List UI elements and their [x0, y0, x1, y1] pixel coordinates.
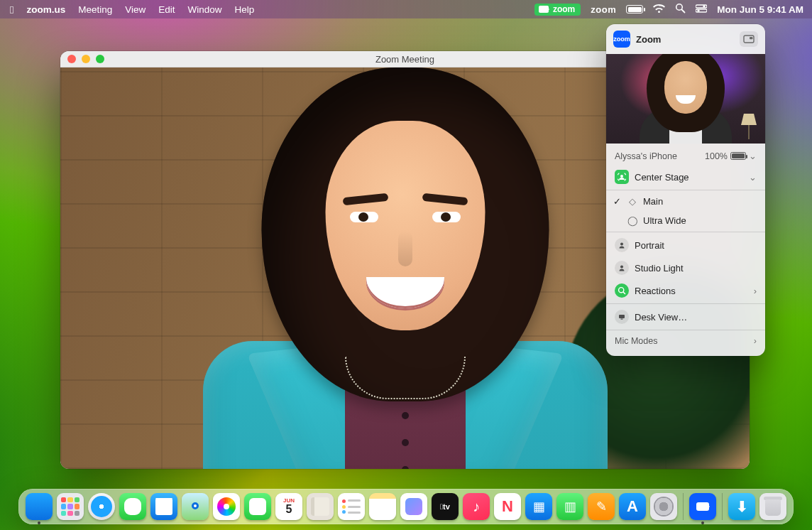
dock-stack-downloads[interactable]: ⬇ [728, 493, 755, 520]
svg-rect-13 [619, 315, 625, 318]
menu-view[interactable]: View [125, 4, 146, 15]
dock-app-music[interactable]: ♪ [463, 493, 490, 520]
effect-reactions[interactable]: Reactions › [606, 279, 765, 302]
device-name: Alyssa's iPhone [615, 151, 677, 161]
lens-wide-icon: ◯ [627, 215, 637, 226]
calendar-day: 5 [286, 504, 292, 515]
menu-app-name[interactable]: zoom.us [26, 4, 65, 15]
dock-app-zoom[interactable] [689, 493, 716, 520]
battery-status-icon[interactable] [626, 5, 643, 13]
desk-view-row[interactable]: Desk View… [606, 305, 765, 328]
dock-app-notes[interactable] [369, 493, 396, 520]
dock-app-mail[interactable] [150, 493, 177, 520]
popover-expand-button[interactable] [740, 31, 758, 47]
dock-app-tv[interactable]: tv [432, 493, 459, 520]
camera-in-use-pill[interactable]: zoom [534, 4, 581, 16]
chevron-right-icon: › [754, 336, 757, 346]
svg-point-3 [703, 5, 706, 7]
reactions-icon [615, 283, 629, 298]
center-stage-icon [615, 170, 629, 184]
mic-modes-label: Mic Modes [615, 336, 657, 346]
svg-rect-14 [621, 319, 623, 320]
menu-meeting[interactable]: Meeting [78, 4, 112, 15]
chevron-right-icon: › [754, 286, 757, 296]
dock-separator [683, 493, 684, 520]
dock-app-finder[interactable] [26, 493, 53, 520]
dock-trash[interactable] [759, 493, 786, 520]
center-stage-row[interactable]: Center Stage ⌄ [606, 166, 765, 188]
svg-point-10 [620, 266, 623, 269]
lens-option-ultrawide[interactable]: ◯ Ultra Wide [606, 211, 765, 230]
dock-app-launchpad[interactable] [57, 493, 84, 520]
svg-line-12 [623, 292, 625, 294]
lens-ultrawide-label: Ultra Wide [643, 215, 686, 226]
dock-app-photos[interactable] [213, 493, 240, 520]
dock-app-pages[interactable]: ✎ [588, 493, 615, 520]
chevron-down-icon: ⌄ [749, 151, 757, 161]
dock-app-calendar[interactable]: JUN5 [275, 493, 302, 520]
dock-app-settings[interactable] [650, 493, 677, 520]
studio-light-icon [615, 261, 629, 275]
mic-modes-row[interactable]: Mic Modes › [606, 332, 765, 353]
menubar:  zoom.us Meeting View Edit Window Help … [0, 0, 812, 18]
dock-app-numbers[interactable]: ▥ [556, 493, 583, 520]
zoom-app-icon: zoom [613, 31, 630, 48]
video-effects-popover: zoom Zoom Alyssa's iPhone 100% ⌄ Center … [606, 24, 765, 356]
svg-rect-7 [750, 37, 753, 39]
portrait-icon [615, 238, 629, 252]
battery-icon [730, 152, 746, 160]
apple-menu-icon[interactable]:  [10, 4, 13, 16]
checkmark-icon: ✓ [613, 196, 621, 207]
dock-app-reminders[interactable] [338, 493, 365, 520]
dock-app-freeform[interactable] [400, 493, 427, 520]
center-stage-label: Center Stage [635, 172, 689, 183]
effect-studio-light[interactable]: Studio Light [606, 256, 765, 279]
dock-app-maps[interactable] [182, 493, 209, 520]
portrait-label: Portrait [635, 240, 664, 251]
effect-portrait[interactable]: Portrait [606, 234, 765, 256]
self-preview-figure [629, 54, 742, 144]
menu-window[interactable]: Window [188, 4, 222, 15]
menu-edit[interactable]: Edit [158, 4, 175, 15]
dock-app-news[interactable]: N [494, 493, 521, 520]
svg-point-8 [620, 175, 623, 178]
menu-help[interactable]: Help [235, 4, 255, 15]
camera-pill-label: zoom [553, 4, 575, 14]
studio-light-label: Studio Light [635, 263, 684, 274]
dock-app-keynote[interactable]: ▦ [525, 493, 552, 520]
dock: JUN5 tv ♪ N ▦ ▥ ✎ A ⬇ [18, 489, 794, 524]
continuity-device-row[interactable]: Alyssa's iPhone 100% ⌄ [606, 146, 765, 166]
control-center-icon[interactable] [696, 4, 707, 15]
running-indicator-dot [38, 521, 40, 524]
running-indicator-dot [701, 521, 704, 524]
lens-option-main[interactable]: ✓ ◇ Main [606, 192, 765, 211]
desk-view-icon [615, 310, 629, 324]
spotlight-search-icon[interactable] [675, 3, 686, 16]
presenter-figure [178, 67, 632, 469]
dock-app-messages[interactable] [119, 493, 146, 520]
reactions-label: Reactions [635, 286, 676, 296]
dock-app-appstore[interactable]: A [619, 493, 646, 520]
svg-point-5 [698, 9, 700, 11]
video-camera-icon [539, 6, 549, 13]
self-preview-thumbnail [606, 54, 765, 144]
svg-line-1 [682, 10, 685, 13]
lens-main-label: Main [643, 196, 663, 207]
dock-app-safari[interactable] [88, 493, 115, 520]
wifi-icon[interactable] [653, 4, 665, 15]
chevron-down-icon: ⌄ [749, 172, 757, 183]
dock-app-contacts[interactable] [307, 493, 334, 520]
popover-app-name: Zoom [636, 34, 661, 45]
lens-icon: ◇ [627, 196, 637, 207]
menubar-clock[interactable]: Mon Jun 5 9:41 AM [717, 4, 803, 15]
dock-app-facetime[interactable] [244, 493, 271, 520]
desk-view-label: Desk View… [635, 312, 687, 323]
svg-point-9 [620, 243, 623, 246]
zoom-menubar-extra[interactable]: zoom [591, 4, 616, 15]
device-battery-pct: 100% [705, 151, 728, 161]
dock-separator [722, 493, 723, 520]
